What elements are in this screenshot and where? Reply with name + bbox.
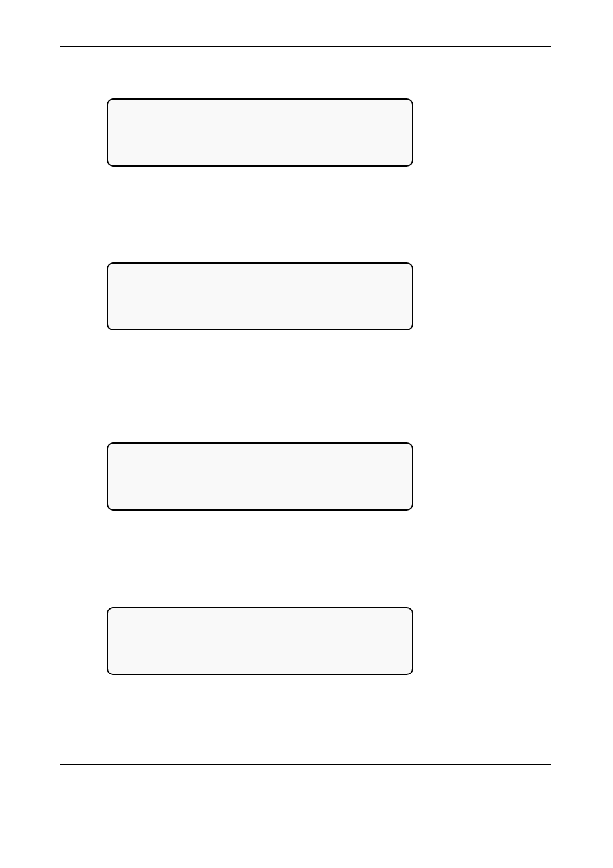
content-box-2 [107, 262, 413, 330]
top-horizontal-rule [60, 46, 551, 47]
content-box-1 [107, 98, 413, 167]
content-box-3 [107, 442, 413, 511]
content-box-4 [107, 607, 413, 675]
bottom-horizontal-rule [60, 764, 551, 765]
